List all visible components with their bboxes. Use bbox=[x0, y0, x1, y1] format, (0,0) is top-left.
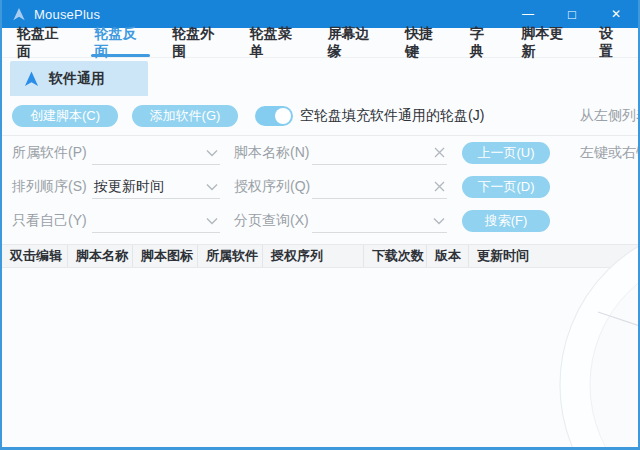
col-license-serial[interactable]: 授权序列 bbox=[263, 245, 364, 267]
table-header: 双击编辑 脚本名称 脚本图标 所属软件 授权序列 下载次数 版本 更新时间 bbox=[2, 244, 638, 268]
license-serial-input[interactable] bbox=[312, 175, 447, 199]
subtab-software-general[interactable]: 软件通用 bbox=[10, 61, 148, 96]
right-hint-text: 从左侧列表 bbox=[580, 107, 640, 125]
sort-order-label: 排列顺序(S) bbox=[12, 178, 87, 196]
tab-wheel-outer[interactable]: 轮盘外围 bbox=[162, 28, 234, 57]
tab-wheel-back[interactable]: 轮盘反面 bbox=[85, 28, 157, 57]
col-script-icon[interactable]: 脚本图标 bbox=[133, 245, 198, 267]
chevron-down-icon[interactable] bbox=[206, 183, 220, 191]
clear-x-icon[interactable] bbox=[434, 147, 447, 158]
col-download-count[interactable]: 下载次数 bbox=[364, 245, 427, 267]
form-row-2: 排列顺序(S) 按更新时间 授权序列(Q) 下一页(D) bbox=[2, 170, 638, 204]
only-mine-label: 只看自己(Y) bbox=[12, 212, 87, 230]
chevron-down-icon[interactable] bbox=[206, 217, 220, 225]
tab-script-update[interactable]: 脚本更新 bbox=[512, 28, 584, 57]
page-query-select[interactable] bbox=[312, 209, 447, 233]
window-title: MousePlus bbox=[34, 7, 100, 22]
tab-settings[interactable]: 设置 bbox=[589, 28, 635, 57]
col-script-name[interactable]: 脚本名称 bbox=[68, 245, 133, 267]
tab-hotkeys[interactable]: 快捷键 bbox=[395, 28, 454, 57]
only-mine-select[interactable] bbox=[92, 209, 220, 233]
owner-software-select[interactable] bbox=[92, 141, 220, 165]
tab-screen-edge[interactable]: 屏幕边缘 bbox=[317, 28, 389, 57]
col-owner-software[interactable]: 所属软件 bbox=[198, 245, 263, 267]
sort-order-value: 按更新时间 bbox=[92, 178, 206, 196]
toolbar: 创建脚本(C) 添加软件(G) 空轮盘填充软件通用的轮盘(J) 从左侧列表 bbox=[2, 96, 638, 136]
page-query-label: 分页查询(X) bbox=[234, 212, 309, 230]
chevron-down-icon[interactable] bbox=[433, 217, 447, 225]
col-update-time[interactable]: 更新时间 bbox=[469, 245, 638, 267]
next-page-button[interactable]: 下一页(D) bbox=[462, 176, 550, 198]
create-script-button[interactable]: 创建脚本(C) bbox=[12, 105, 118, 127]
form-row-1: 所属软件(P) 脚本名称(N) 上一页(U) 左键或右键 bbox=[2, 136, 638, 170]
prev-page-button[interactable]: 上一页(U) bbox=[462, 142, 550, 164]
app-logo-icon bbox=[12, 7, 26, 21]
tab-dictionary[interactable]: 字典 bbox=[460, 28, 506, 57]
script-name-input[interactable] bbox=[312, 141, 447, 165]
add-software-button[interactable]: 添加软件(G) bbox=[132, 105, 238, 127]
subtab-label: 软件通用 bbox=[49, 70, 105, 88]
cursor-arrow-icon bbox=[24, 71, 39, 87]
sort-order-select[interactable]: 按更新时间 bbox=[92, 175, 220, 199]
toggle-label: 空轮盘填充软件通用的轮盘(J) bbox=[300, 107, 484, 125]
form-row-3: 只看自己(Y) 分页查询(X) 搜索(F) bbox=[2, 204, 638, 238]
clear-x-icon[interactable] bbox=[434, 181, 447, 192]
script-name-label: 脚本名称(N) bbox=[234, 144, 309, 162]
tab-wheel-menu[interactable]: 轮盘菜单 bbox=[240, 28, 312, 57]
tab-wheel-front[interactable]: 轮盘正面 bbox=[7, 28, 79, 57]
fill-wheel-toggle[interactable] bbox=[255, 106, 293, 126]
row1-hint-text: 左键或右键 bbox=[580, 144, 640, 162]
col-version[interactable]: 版本 bbox=[427, 245, 469, 267]
app-window: MousePlus — □ ✕ 轮盘正面 轮盘反面 轮盘外围 轮盘菜单 屏幕边缘… bbox=[0, 0, 640, 450]
license-serial-label: 授权序列(Q) bbox=[234, 178, 310, 196]
tab-bar: 轮盘正面 轮盘反面 轮盘外围 轮盘菜单 屏幕边缘 快捷键 字典 脚本更新 设置 bbox=[2, 28, 638, 58]
chevron-down-icon[interactable] bbox=[206, 149, 220, 157]
subtab-row: 软件通用 bbox=[2, 58, 638, 96]
search-button[interactable]: 搜索(F) bbox=[462, 210, 550, 232]
toggle-knob bbox=[275, 108, 291, 124]
owner-software-label: 所属软件(P) bbox=[12, 144, 87, 162]
col-double-click-edit[interactable]: 双击编辑 bbox=[2, 245, 68, 267]
